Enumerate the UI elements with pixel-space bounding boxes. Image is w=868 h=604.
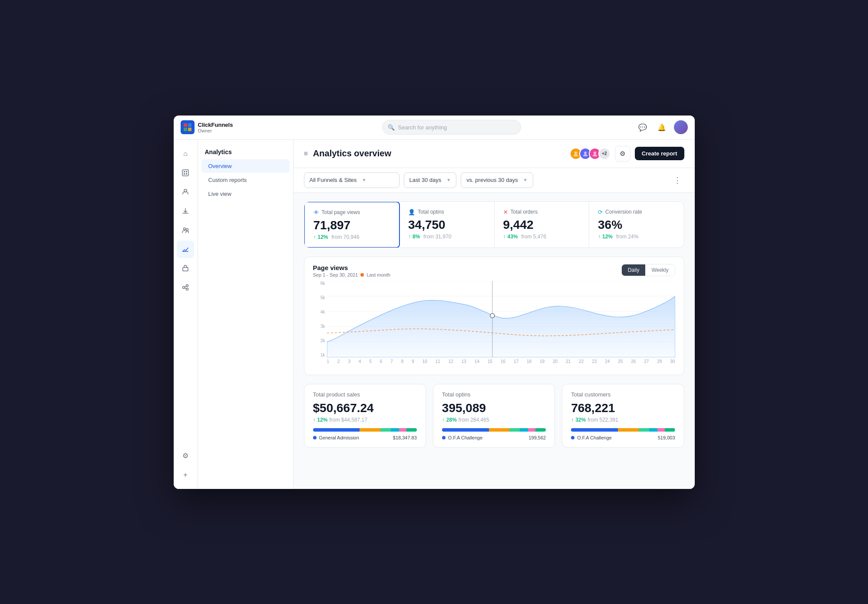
- stat-value-pageviews: 71,897: [314, 218, 391, 232]
- daily-toggle[interactable]: Daily: [622, 264, 646, 276]
- customers-bar: [571, 428, 675, 432]
- stat-card-conversion[interactable]: ⟳ Conversion rate 36% ↑ 12% from 24%: [589, 202, 684, 248]
- search-area: 🔍 Search for anything: [267, 120, 636, 135]
- stat-card-orders[interactable]: ✕ Total orders 9,442 ↑ 43% from 5,476: [495, 202, 590, 248]
- bottom-card-customers: Total customers 768,221 ↑ 32% from 522,3…: [562, 384, 684, 448]
- sidebar-downloads-icon[interactable]: [177, 202, 194, 220]
- chart-svg: [327, 281, 675, 357]
- search-icon: 🔍: [388, 124, 395, 131]
- search-input[interactable]: 🔍 Search for anything: [382, 120, 521, 135]
- nav-item-custom-reports[interactable]: Custom reports: [201, 173, 290, 187]
- svg-point-9: [184, 189, 187, 192]
- sidebar-settings-icon[interactable]: ⚙: [177, 447, 194, 465]
- svg-rect-3: [188, 128, 191, 131]
- chart-y-labels: 6k 5k 4k 3k 2k 1k: [313, 281, 325, 357]
- stat-value-optins: 34,750: [408, 218, 485, 232]
- more-options-button[interactable]: ⋮: [670, 173, 684, 187]
- svg-rect-8: [186, 173, 187, 175]
- total-optins-bar: [442, 428, 546, 432]
- seg-p: [571, 428, 618, 432]
- sidebar-add-icon[interactable]: +: [177, 466, 194, 484]
- weekly-toggle[interactable]: Weekly: [645, 264, 674, 276]
- topbar-actions: 💬 🔔: [636, 120, 688, 134]
- user-avatar[interactable]: [674, 120, 688, 134]
- sidebar-pages-icon[interactable]: [177, 164, 194, 182]
- svg-rect-2: [184, 128, 187, 131]
- seg-b: [489, 428, 510, 432]
- page-title: Analytics overview: [313, 149, 391, 158]
- chart-x-labels: 1 2 3 4 5 6 7 8 9 10 11 12 13: [327, 359, 675, 368]
- stat-label-conversion: ⟳ Conversion rate: [598, 209, 675, 215]
- svg-point-10: [184, 228, 186, 230]
- chart-toggle: Daily Weekly: [621, 264, 675, 276]
- sidebar-affiliates-icon[interactable]: [177, 279, 194, 296]
- conversion-icon: ⟳: [598, 209, 603, 215]
- segment-5: [399, 428, 406, 432]
- segment-4: [391, 428, 399, 432]
- legend-dot-opt: [442, 436, 446, 439]
- total-optins-change: ↑ 28% from 284,465: [442, 417, 546, 423]
- collaborator-avatars: +2: [570, 148, 611, 160]
- stat-label-orders: ✕ Total orders: [503, 209, 581, 215]
- compare-filter[interactable]: vs. previous 30 days ▼: [461, 172, 533, 188]
- search-placeholder: Search for anything: [398, 124, 447, 131]
- total-optins-value: 395,089: [442, 401, 546, 415]
- sidebar-people-icon[interactable]: [177, 221, 194, 239]
- nav-sidebar: Analytics Overview Custom reports Live v…: [198, 140, 294, 489]
- up-arrow-icon-4: ↑: [598, 234, 601, 240]
- app-role: Owner: [198, 128, 233, 133]
- stat-change-conversion: ↑ 12% from 24%: [598, 234, 675, 240]
- stat-card-pageviews[interactable]: 👁 Total page views 71,897 ↑ 12% from 70,…: [304, 201, 400, 248]
- product-sales-title: Total product sales: [313, 391, 417, 398]
- sidebar-home-icon[interactable]: ⌂: [177, 145, 194, 162]
- sidebar-contacts-icon[interactable]: [177, 183, 194, 201]
- nav-item-live-view[interactable]: Live view: [201, 187, 290, 201]
- nav-live-view-label: Live view: [208, 191, 231, 197]
- seg-r: [639, 428, 649, 432]
- sidebar-analytics-icon[interactable]: [177, 241, 194, 258]
- funnel-filter[interactable]: All Funnels & Sites ▼: [304, 172, 399, 188]
- nav-overview-label: Overview: [208, 163, 232, 169]
- compare-filter-value: vs. previous 30 days: [466, 177, 518, 183]
- legend-dot-cust: [571, 436, 574, 439]
- bell-icon[interactable]: 🔔: [655, 120, 669, 134]
- up-arrow-sales: ↑: [313, 417, 316, 423]
- stat-value-orders: 9,442: [503, 218, 581, 232]
- svg-point-26: [490, 314, 494, 318]
- stat-card-optins[interactable]: 👤 Total optins 34,750 ↑ 8% from 31,970: [399, 202, 495, 248]
- svg-rect-6: [186, 171, 187, 172]
- header-right: +2 ⚙ Create report: [570, 146, 684, 162]
- date-filter[interactable]: Last 30 days ▼: [404, 172, 457, 188]
- product-sales-change: ↑ 12% from $44,587.17: [313, 417, 417, 423]
- app-logo: ClickFunnels Owner: [181, 120, 267, 134]
- seg-q: [618, 428, 639, 432]
- chart-header: Page views Sep 1 - Sep 30, 2021 Last mon…: [313, 264, 675, 277]
- nav-item-overview[interactable]: Overview: [201, 159, 290, 173]
- svg-point-11: [186, 228, 188, 231]
- date-chevron-icon: ▼: [446, 178, 451, 182]
- nav-section-title: Analytics: [198, 147, 293, 159]
- up-arrow-customers: ↑: [571, 417, 574, 423]
- customers-change: ↑ 32% from 522,391: [571, 417, 675, 423]
- content-area: ≡ Analytics overview +2: [294, 140, 695, 489]
- extra-collaborators: +2: [598, 148, 611, 160]
- svg-point-13: [183, 286, 185, 288]
- logo-icon: [181, 120, 195, 134]
- product-sales-legend: General Admission $18,347.83: [313, 435, 417, 440]
- total-optins-legend: O.F.A Challenge 199,562: [442, 435, 546, 440]
- seg-d: [520, 428, 528, 432]
- customers-title: Total customers: [571, 391, 675, 398]
- hamburger-icon[interactable]: ≡: [304, 150, 308, 158]
- chart-area: 6k 5k 4k 3k 2k 1k: [313, 281, 675, 368]
- stat-change-pageviews: ↑ 12% from 70,946: [314, 234, 391, 240]
- report-settings-button[interactable]: ⚙: [615, 146, 630, 162]
- svg-rect-5: [184, 171, 185, 172]
- chat-icon[interactable]: 💬: [636, 120, 650, 134]
- svg-point-14: [186, 284, 188, 287]
- customers-value: 768,221: [571, 401, 675, 415]
- up-arrow-icon-2: ↑: [408, 234, 411, 240]
- sidebar-products-icon[interactable]: [177, 260, 194, 277]
- stat-label-optins: 👤 Total optins: [408, 209, 485, 215]
- create-report-button[interactable]: Create report: [635, 147, 684, 160]
- stat-label-pageviews: 👁 Total page views: [314, 209, 391, 216]
